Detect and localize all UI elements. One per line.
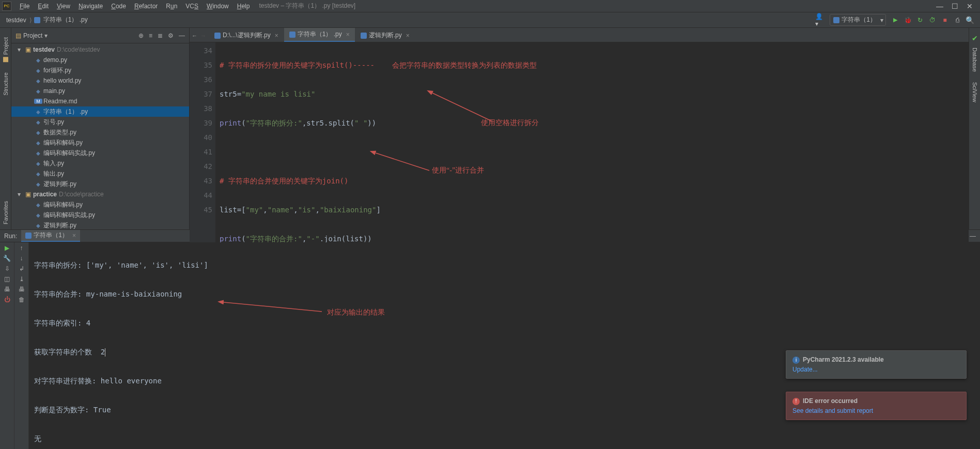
error-report-link[interactable]: See details and submit report [792,407,960,414]
expand-icon[interactable]: ≡ [149,32,152,39]
tree-file-active[interactable]: ◆字符串（1） .py [11,106,189,117]
tree-file[interactable]: MReadme.md [11,96,189,106]
python-file-icon [833,17,839,23]
minimize-button[interactable]: — [936,2,943,10]
prev-tab-icon[interactable]: ← [192,33,197,39]
menu-edit[interactable]: Edit [34,2,53,11]
menu-help[interactable]: Help [233,2,254,11]
close-tab-icon[interactable]: × [72,232,76,239]
tree-file[interactable]: ◆编码和解码实战.py [11,148,189,158]
console-line: 字符串的合并: my-name-is-baixiaoning [34,287,975,301]
python-file-icon: ◆ [34,202,42,208]
collapse-icon[interactable]: ≣ [158,32,163,39]
editor-tab[interactable]: 逻辑判断.py× [355,29,415,42]
wrench-icon[interactable]: 🔧 [3,255,11,262]
tree-root-testdev[interactable]: ▾ ▣ testdevD:\code\testdev [11,44,189,55]
menu-window[interactable]: Window [203,2,233,11]
close-tab-icon[interactable]: × [275,32,278,39]
expand-arrow-icon[interactable]: ▾ [18,46,24,53]
annotation-arrow: 使用空格进行拆分 [386,75,558,145]
tree-file[interactable]: ◆for循环.py [11,65,189,75]
side-tab-project[interactable]: Project [3,37,9,62]
up-arrow-icon[interactable]: ↑ [20,244,23,252]
text-cursor [105,348,105,357]
python-file-icon [34,17,40,23]
update-link[interactable]: Update... [792,366,960,373]
tree-file[interactable]: ◆引号.py [11,117,189,127]
python-file-icon: ◆ [34,78,42,84]
tree-file[interactable]: ◆编码和解码.py [11,199,189,210]
menu-file[interactable]: File [15,2,34,11]
stop-icon[interactable]: ⏻ [4,296,10,303]
close-tab-icon[interactable]: × [346,31,350,38]
menu-refactor[interactable]: Refactor [130,2,162,11]
tree-file[interactable]: ◆输出.py [11,168,189,179]
close-button[interactable]: ✕ [967,2,973,10]
side-tab-database[interactable]: Database [972,48,978,72]
hide-panel-icon[interactable]: — [970,233,976,240]
run-nav-column: ↑ ↓ ↲ ⤓ 🖶 🗑 [14,242,29,449]
next-tab-icon[interactable]: → [200,33,206,39]
tree-file[interactable]: ◆编码和解码实战.py [11,210,189,220]
search-everywhere-button[interactable]: 🔍 [965,15,975,25]
settings-icon[interactable]: ⚙ [168,32,174,39]
run-tab[interactable]: 字符串（1） × [21,230,80,242]
editor-tab-active[interactable]: 字符串（1） .py× [284,28,355,42]
down-icon[interactable]: ⇩ [5,265,10,272]
user-icon[interactable]: 👤▾ [815,15,826,25]
print-icon[interactable]: 🖶 [4,286,10,293]
close-tab-icon[interactable]: × [406,32,410,39]
tree-file[interactable]: ◆输入.py [11,158,189,168]
side-tab-sciview[interactable]: SciView [972,82,978,102]
python-file-icon [214,33,221,39]
run-button[interactable]: ▶ [890,15,900,25]
down-arrow-icon[interactable]: ↓ [20,255,23,262]
window-title: testdev – 字符串（1） .py [testdev] [259,2,355,10]
side-tab-structure[interactable]: Structure [3,72,9,96]
breadcrumb-file[interactable]: 字符串（1） .py [41,14,90,25]
tree-root-practice[interactable]: ▾ ▣ practiceD:\code\practice [11,189,189,199]
markdown-file-icon: M [34,99,42,104]
run-config-dropdown[interactable]: 字符串（1） [830,14,886,26]
python-file-icon [289,32,295,38]
menu-run[interactable]: Run [162,2,181,11]
tree-file[interactable]: ◆数据类型.py [11,127,189,137]
coverage-button[interactable]: ↻ [915,15,925,25]
dropdown-arrow-icon[interactable]: ▾ [44,32,48,39]
trash-icon[interactable]: 🗑 [19,296,25,303]
editor-area: ← → D:\...\逻辑判断.py× 字符串（1） .py× 逻辑判断.py×… [190,28,969,229]
git-button[interactable]: ⎙ [952,15,962,25]
tree-file[interactable]: ◆demo.py [11,55,189,65]
inspection-ok-icon[interactable]: ✔ [972,34,978,42]
editor-tab[interactable]: D:\...\逻辑判断.py× [209,29,284,42]
menu-navigate[interactable]: Navigate [74,2,107,11]
project-tree[interactable]: ▾ ▣ testdevD:\code\testdev ◆demo.py ◆for… [11,43,189,229]
tree-file[interactable]: ◆hello world.py [11,75,189,86]
attach-button[interactable]: ■ [940,15,950,25]
tree-file[interactable]: ◆main.py [11,86,189,96]
notification-error[interactable]: !IDE error occurred See details and subm… [786,392,967,420]
breadcrumb-project[interactable]: testdev [4,16,28,25]
debug-button[interactable]: 🐞 [903,15,913,25]
locate-icon[interactable]: ⊕ [138,32,144,39]
menu-vcs[interactable]: VCS [181,2,203,11]
profile-button[interactable]: ⏱ [927,15,938,25]
soft-wrap-icon[interactable]: ↲ [19,265,24,272]
tree-file[interactable]: ◆逻辑判断.py [11,179,189,189]
python-file-icon: ◆ [34,171,42,177]
rerun-icon[interactable]: ▶ [5,244,9,252]
hide-panel-icon[interactable]: — [179,32,185,39]
notification-update[interactable]: iPyCharm 2021.2.3 available Update... [786,350,967,379]
layout-icon[interactable]: ◫ [4,275,10,283]
tree-file[interactable]: ◆编码和解码.py [11,137,189,148]
side-tab-favorites[interactable]: Favorites [3,201,9,224]
scroll-end-icon[interactable]: ⤓ [19,275,24,283]
menu-code[interactable]: Code [107,2,130,11]
menu-view[interactable]: View [53,2,74,11]
print-icon[interactable]: 🖶 [19,286,25,293]
python-file-icon [25,233,32,239]
python-file-icon: ◆ [34,68,42,73]
expand-arrow-icon[interactable]: ▾ [18,191,24,198]
tree-file[interactable]: ◆逻辑判断.py [11,220,189,229]
maximize-button[interactable]: ☐ [952,2,958,10]
